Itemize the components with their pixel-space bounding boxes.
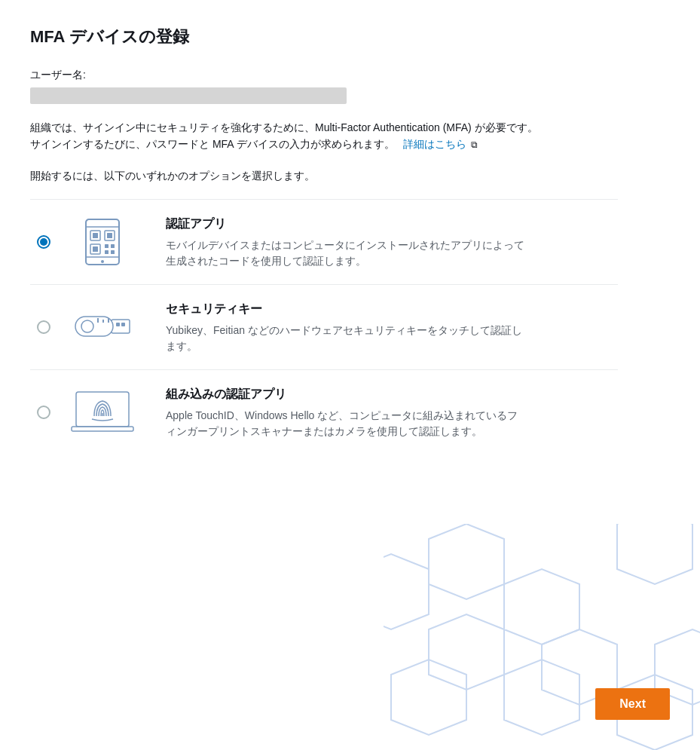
learn-more-link[interactable]: 詳細はこちら xyxy=(403,138,466,150)
radio-col-3 xyxy=(30,406,57,419)
svg-rect-10 xyxy=(105,244,109,248)
svg-rect-13 xyxy=(111,250,115,254)
svg-rect-22 xyxy=(76,392,129,427)
option-content-biometric: 組み込みの認証アプリ Apple TouchID、Windows Hello な… xyxy=(166,385,618,439)
username-label: ユーザー名: xyxy=(30,67,670,83)
svg-rect-7 xyxy=(107,233,112,238)
svg-marker-34 xyxy=(504,660,579,735)
svg-marker-30 xyxy=(429,614,504,690)
option-content-authenticator: 認証アプリ モバイルデバイスまたはコンピュータにインストールされたアプリによって… xyxy=(166,215,618,269)
icon-col-biometric xyxy=(57,386,148,439)
option-authenticator-app[interactable]: 認証アプリ モバイルデバイスまたはコンピュータにインストールされたアプリによって… xyxy=(30,199,618,285)
option-biometric[interactable]: 組み込みの認証アプリ Apple TouchID、Windows Hello な… xyxy=(30,370,618,455)
svg-marker-31 xyxy=(384,554,429,629)
option-desc-authenticator: モバイルデバイスまたはコンピュータにインストールされたアプリによって生成されたコ… xyxy=(166,237,527,269)
radio-biometric[interactable] xyxy=(37,406,50,419)
option-content-security-key: セキュリティキー Yubikey、Feitian などのハードウェアセキュリティ… xyxy=(166,300,618,354)
svg-rect-11 xyxy=(111,244,115,248)
svg-marker-27 xyxy=(504,569,579,644)
options-list: 認証アプリ モバイルデバイスまたはコンピュータにインストールされたアプリによって… xyxy=(30,199,618,455)
svg-point-3 xyxy=(101,260,104,263)
svg-marker-33 xyxy=(391,660,466,735)
select-prompt: 開始するには、以下のいずれかのオプションを選択します。 xyxy=(30,168,670,184)
biometric-icon xyxy=(69,386,136,439)
authenticator-app-icon xyxy=(72,216,133,268)
svg-rect-5 xyxy=(93,233,98,238)
svg-marker-26 xyxy=(429,524,504,599)
svg-rect-12 xyxy=(105,250,109,254)
icon-col-security-key xyxy=(57,306,148,347)
description-text: 組織では、サインイン中にセキュリティを強化するために、Multi-Factor … xyxy=(30,119,543,153)
security-key-icon xyxy=(65,306,140,347)
external-link-icon: ⧉ xyxy=(471,138,478,152)
svg-rect-14 xyxy=(112,320,130,333)
radio-col-2 xyxy=(30,320,57,334)
option-title-security-key: セキュリティキー xyxy=(166,300,618,318)
username-section: ユーザー名: xyxy=(30,67,670,104)
svg-rect-23 xyxy=(72,427,133,431)
svg-rect-0 xyxy=(86,219,119,265)
svg-rect-9 xyxy=(93,246,98,252)
svg-rect-15 xyxy=(116,323,120,326)
option-desc-security-key: Yubikey、Feitian などのハードウェアセキュリティキーをタッチして認… xyxy=(166,323,527,354)
option-title-biometric: 組み込みの認証アプリ xyxy=(166,385,618,403)
icon-col-authenticator xyxy=(57,216,148,268)
svg-marker-28 xyxy=(617,524,692,584)
next-button[interactable]: Next xyxy=(595,688,670,720)
option-security-key[interactable]: セキュリティキー Yubikey、Feitian などのハードウェアセキュリティ… xyxy=(30,285,618,370)
radio-col-1 xyxy=(30,235,57,249)
page-title: MFA デバイスの登録 xyxy=(30,24,670,49)
svg-rect-16 xyxy=(121,323,125,326)
option-title-authenticator: 認証アプリ xyxy=(166,215,618,233)
radio-authenticator-app[interactable] xyxy=(37,235,50,249)
radio-security-key[interactable] xyxy=(37,320,50,334)
option-desc-biometric: Apple TouchID、Windows Hello など、コンピュータに組み… xyxy=(166,408,527,439)
username-value xyxy=(30,87,347,104)
